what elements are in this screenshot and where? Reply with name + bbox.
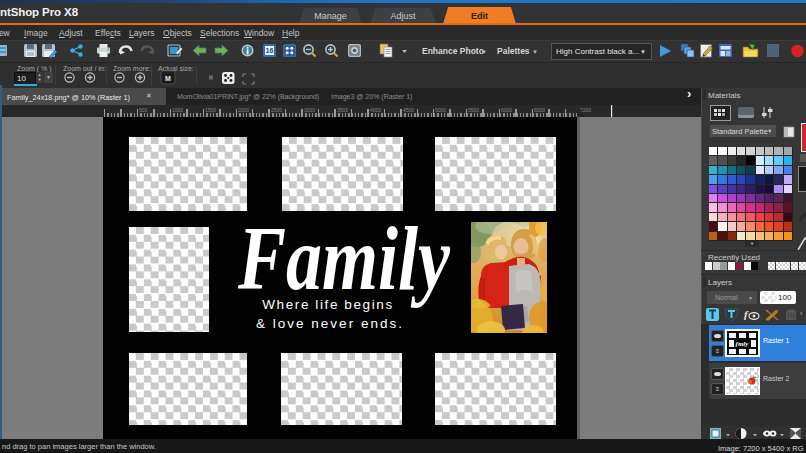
svg-text:1500: 1500 bbox=[205, 107, 216, 113]
svg-text:4000: 4000 bbox=[370, 107, 381, 113]
svg-text:6500: 6500 bbox=[534, 107, 545, 113]
svg-text:6000: 6000 bbox=[501, 107, 512, 113]
svg-text:5000: 5000 bbox=[435, 107, 446, 113]
svg-text:M: M bbox=[165, 75, 171, 82]
svg-text:3000: 3000 bbox=[304, 107, 315, 113]
svg-text:2500: 2500 bbox=[271, 107, 282, 113]
svg-text:16: 16 bbox=[266, 47, 274, 54]
svg-text:fmly: fmly bbox=[736, 340, 750, 348]
svg-text:7200: 7200 bbox=[580, 107, 591, 113]
svg-text:Family: Family bbox=[237, 209, 451, 309]
svg-text:f: f bbox=[744, 308, 749, 320]
svg-text:4500: 4500 bbox=[403, 107, 414, 113]
svg-text:3500: 3500 bbox=[337, 107, 348, 113]
svg-text:2000: 2000 bbox=[238, 107, 249, 113]
svg-text:5500: 5500 bbox=[468, 107, 479, 113]
svg-text:1000: 1000 bbox=[172, 107, 183, 113]
svg-text:500: 500 bbox=[139, 107, 148, 113]
